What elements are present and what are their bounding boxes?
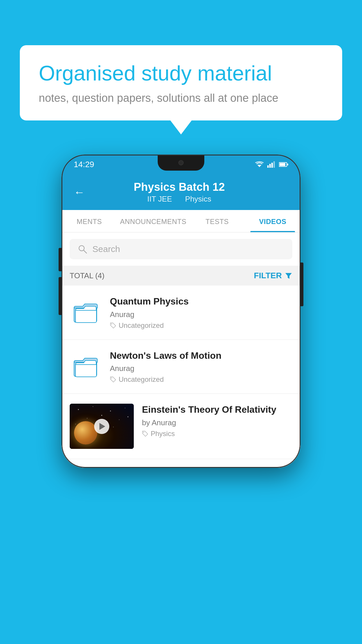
quantum-info: Quantum Physics Anurag Uncategorized (110, 295, 292, 330)
screen-bottom-spacer (61, 459, 301, 468)
notch (158, 155, 204, 171)
newton-tag: Uncategorized (110, 375, 292, 384)
svg-marker-0 (257, 165, 261, 167)
battery-icon (279, 162, 288, 167)
search-icon (78, 244, 87, 254)
svg-rect-2 (269, 164, 271, 168)
svg-rect-7 (287, 164, 288, 165)
tag-icon-einstein (142, 430, 148, 437)
einstein-info: Einstein's Theory Of Relativity by Anura… (142, 404, 292, 438)
svg-point-16 (111, 378, 112, 379)
quantum-thumb (70, 295, 102, 328)
signal-icon (267, 161, 275, 168)
svg-line-9 (84, 250, 87, 253)
einstein-tag: Physics (142, 430, 292, 438)
einstein-author: by Anurag (142, 418, 292, 427)
svg-rect-1 (267, 165, 269, 168)
svg-rect-15 (75, 363, 96, 377)
tab-ments[interactable]: MENTS (61, 210, 117, 232)
svg-point-17 (78, 409, 79, 410)
speech-bubble: Organised study material notes, question… (20, 45, 342, 120)
svg-marker-10 (285, 273, 292, 279)
bubble-subtitle: notes, question papers, solutions all at… (39, 92, 323, 104)
tab-announcements[interactable]: ANNOUNCEMENTS (117, 210, 189, 232)
tag-icon-quantum (110, 322, 116, 329)
svg-point-27 (143, 432, 144, 433)
bubble-title: Organised study material (39, 61, 323, 85)
svg-point-24 (128, 416, 129, 417)
tab-tests[interactable]: TESTS (189, 210, 245, 232)
svg-point-21 (87, 418, 87, 419)
svg-rect-6 (280, 163, 285, 166)
newton-author: Anurag (110, 364, 292, 373)
svg-rect-3 (271, 163, 273, 168)
app-header: ← Physics Batch 12 IIT JEE Physics (61, 174, 301, 210)
total-count: TOTAL (4) (70, 271, 104, 280)
newton-info: Newton's Laws of Motion Anurag Uncategor… (110, 350, 292, 384)
search-placeholder: Search (92, 244, 120, 254)
phone: 14:29 (61, 155, 301, 468)
search-container: Search (61, 232, 301, 266)
svg-point-20 (125, 408, 125, 408)
folder-icon-quantum (73, 298, 99, 325)
play-triangle-icon (99, 423, 105, 430)
svg-rect-4 (273, 161, 275, 168)
phone-wrapper: 14:29 (61, 155, 301, 468)
svg-point-18 (93, 406, 93, 407)
svg-point-22 (101, 415, 102, 416)
video-item-newton[interactable]: Newton's Laws of Motion Anurag Uncategor… (61, 340, 301, 394)
newton-thumb (70, 350, 102, 382)
svg-point-25 (75, 424, 76, 424)
search-bar[interactable]: Search (70, 239, 292, 259)
phone-screen: 14:29 (61, 155, 301, 468)
speech-bubble-container: Organised study material notes, question… (20, 45, 342, 120)
play-button[interactable] (94, 419, 109, 434)
tab-videos[interactable]: VIDEOS (245, 210, 301, 232)
volume-up-button (59, 248, 61, 271)
subtitle-part2: Physics (185, 195, 211, 203)
quantum-author: Anurag (110, 310, 292, 319)
tab-bar: MENTS ANNOUNCEMENTS TESTS VIDEOS (61, 210, 301, 232)
tag-icon-newton (110, 376, 116, 383)
camera (178, 160, 184, 165)
status-time: 14:29 (74, 160, 94, 169)
svg-point-23 (119, 419, 120, 420)
filter-icon (285, 272, 292, 279)
status-bar: 14:29 (61, 155, 301, 174)
header-title-block: Physics Batch 12 IIT JEE Physics (94, 181, 265, 204)
video-item-quantum[interactable]: Quantum Physics Anurag Uncategorized (61, 286, 301, 340)
quantum-title: Quantum Physics (110, 295, 292, 308)
einstein-thumbnail (70, 404, 134, 449)
status-icons (255, 161, 288, 168)
svg-point-19 (110, 411, 111, 412)
video-item-einstein[interactable]: Einstein's Theory Of Relativity by Anura… (61, 394, 301, 459)
power-button (301, 262, 303, 306)
svg-rect-12 (75, 309, 96, 323)
filter-row: TOTAL (4) FILTER (61, 266, 301, 286)
svg-point-26 (113, 427, 114, 427)
svg-point-13 (111, 323, 112, 324)
quantum-tag: Uncategorized (110, 321, 292, 330)
newton-title: Newton's Laws of Motion (110, 350, 292, 362)
subtitle-part1: IIT JEE (147, 195, 172, 203)
wifi-icon (255, 161, 264, 168)
volume-down-button (59, 277, 61, 315)
planet (74, 421, 97, 444)
back-button[interactable]: ← (74, 186, 85, 199)
batch-title: Physics Batch 12 (94, 181, 265, 193)
batch-subtitle: IIT JEE Physics (94, 195, 265, 204)
filter-button[interactable]: FILTER (254, 271, 292, 280)
content-area: Quantum Physics Anurag Uncategorized (61, 286, 301, 459)
einstein-title: Einstein's Theory Of Relativity (142, 404, 292, 416)
folder-icon-newton (73, 353, 99, 379)
